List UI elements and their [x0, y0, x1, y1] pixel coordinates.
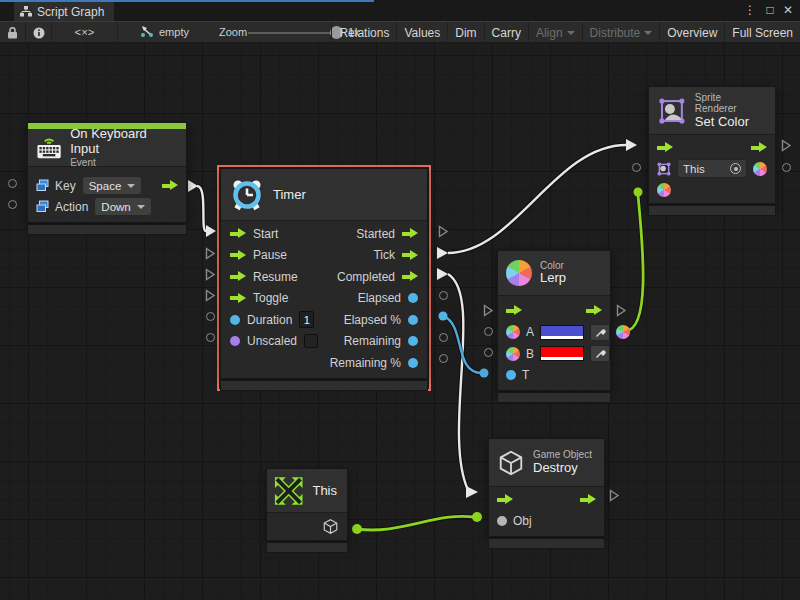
elapsed-outer-port[interactable]	[439, 291, 448, 300]
node-body: Obj	[489, 487, 604, 536]
toggle-outer-port[interactable]	[205, 289, 216, 302]
b-port[interactable]	[506, 347, 520, 361]
eyedropper-icon[interactable]	[590, 324, 610, 341]
code-toggle-button[interactable]: <×>	[52, 22, 118, 43]
completed-port[interactable]	[402, 271, 418, 282]
obj-port[interactable]	[497, 516, 507, 526]
chevron-down-icon	[567, 31, 575, 35]
b-outer-port[interactable]	[484, 348, 493, 357]
remaining-pct-label: Remaining %	[330, 356, 401, 370]
tick-port[interactable]	[402, 250, 418, 261]
distribute-dropdown[interactable]: Distribute	[582, 22, 660, 43]
toggle-port[interactable]	[230, 293, 246, 304]
carry-button[interactable]: Carry	[484, 22, 528, 43]
node-destroy[interactable]: Game Object Destroy Obj	[488, 438, 605, 537]
target-object-field[interactable]: This	[677, 159, 747, 178]
node-timer[interactable]: Timer Start Pause Resume Toggle Duration…	[220, 168, 428, 379]
trigger-out-port[interactable]	[162, 180, 178, 191]
resume-port[interactable]	[230, 271, 246, 282]
lerp-flow-in-outer-port[interactable]	[483, 304, 494, 317]
flow-out-port[interactable]	[580, 494, 596, 505]
node-footer	[488, 538, 605, 549]
unscaled-port[interactable]	[230, 336, 240, 346]
destroy-flow-out-outer-port[interactable]	[609, 489, 620, 502]
align-dropdown[interactable]: Align	[528, 22, 582, 43]
flow-out-port[interactable]	[751, 142, 767, 153]
elapsed-pct-label: Elapsed %	[344, 313, 401, 327]
started-port[interactable]	[402, 228, 418, 239]
action-outer-port[interactable]	[8, 200, 17, 209]
a-label: A	[526, 325, 534, 339]
pause-outer-port[interactable]	[205, 247, 216, 260]
relations-button[interactable]: Relations	[331, 22, 396, 43]
object-picker-icon[interactable]	[730, 163, 741, 174]
remaining-outer-port[interactable]	[439, 333, 448, 342]
tab-script-graph[interactable]: Script Graph	[14, 2, 114, 21]
node-set-color[interactable]: Sprite Renderer Set Color This	[648, 86, 776, 204]
zoom-label: Zoom	[219, 26, 247, 38]
b-color-swatch[interactable]	[540, 346, 584, 361]
elapsed-port[interactable]	[408, 293, 418, 303]
node-title: On Keyboard Input	[70, 127, 176, 157]
zoom-slider-track[interactable]	[248, 32, 340, 34]
eyedropper-icon[interactable]	[590, 345, 610, 362]
flow-out-outer-port[interactable]	[781, 139, 792, 152]
duration-port[interactable]	[230, 315, 240, 325]
flow-in-port[interactable]	[657, 142, 673, 153]
node-on-keyboard-input[interactable]: On Keyboard Input Event Key Space	[27, 122, 187, 223]
duration-outer-port[interactable]	[206, 312, 215, 321]
remaining-pct-outer-port[interactable]	[439, 354, 448, 363]
color-icon	[506, 260, 532, 286]
a-color-swatch[interactable]	[540, 325, 584, 340]
key-outer-port[interactable]	[8, 179, 17, 188]
remaining-pct-port[interactable]	[408, 358, 418, 368]
resume-outer-port[interactable]	[205, 268, 216, 281]
values-button[interactable]: Values	[396, 22, 447, 43]
color-out-port[interactable]	[753, 162, 767, 176]
start-port[interactable]	[230, 228, 246, 239]
flow-in-port[interactable]	[497, 494, 513, 505]
overview-button[interactable]: Overview	[659, 22, 724, 43]
info-button[interactable]	[26, 22, 52, 43]
action-dropdown[interactable]: Down	[94, 197, 151, 216]
flow-out-port[interactable]	[586, 305, 602, 316]
chevron-down-icon	[137, 205, 145, 209]
key-dropdown[interactable]: Space	[82, 176, 143, 195]
window-menu-icon[interactable]: ⋮	[742, 2, 758, 18]
node-footer	[497, 392, 611, 403]
target-outer-port[interactable]	[632, 163, 641, 172]
node-color-lerp[interactable]: Color Lerp A B	[497, 250, 611, 391]
node-header[interactable]: Sprite Renderer Set Color	[649, 87, 775, 135]
elapsed-pct-port[interactable]	[408, 315, 418, 325]
chevron-down-icon	[644, 31, 652, 35]
node-this[interactable]: This	[266, 468, 348, 541]
a-port[interactable]	[506, 325, 520, 339]
started-outer-port[interactable]	[438, 225, 449, 238]
node-header[interactable]: On Keyboard Input Event	[28, 129, 186, 167]
t-port[interactable]	[506, 370, 516, 380]
a-outer-port[interactable]	[484, 327, 493, 336]
node-header[interactable]: This	[267, 469, 347, 513]
graph-canvas[interactable]: On Keyboard Input Event Key Space	[0, 43, 800, 600]
maximize-icon[interactable]: □	[762, 2, 778, 18]
result-port[interactable]	[616, 325, 630, 339]
game-object-out-port[interactable]	[322, 518, 339, 535]
color-in-port[interactable]	[657, 183, 671, 197]
node-header[interactable]: Game Object Destroy	[489, 439, 604, 487]
lock-button[interactable]	[0, 22, 26, 43]
dim-button[interactable]: Dim	[447, 22, 483, 43]
node-header[interactable]: Timer	[221, 169, 427, 221]
graph-reference[interactable]: empty	[140, 25, 189, 38]
pause-port[interactable]	[230, 250, 246, 261]
literal-icon	[36, 200, 49, 213]
close-icon[interactable]: ✕	[780, 2, 796, 18]
obj-label: Obj	[513, 514, 532, 528]
node-header[interactable]: Color Lerp	[498, 251, 610, 296]
flow-in-port[interactable]	[506, 305, 522, 316]
color-out-outer-port[interactable]	[782, 163, 791, 172]
sprite-port-icon[interactable]	[657, 162, 671, 176]
lerp-flow-out-outer-port[interactable]	[616, 304, 627, 317]
remaining-port[interactable]	[408, 336, 418, 346]
unscaled-outer-port[interactable]	[206, 333, 215, 342]
fullscreen-button[interactable]: Full Screen	[724, 22, 800, 43]
